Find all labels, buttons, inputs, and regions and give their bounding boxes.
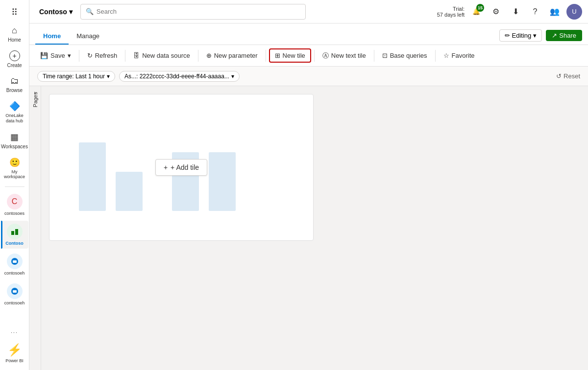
download-icon: ⬇ [513, 7, 519, 16]
tab-home-label: Home [43, 32, 61, 40]
dashboard-canvas: + + Add tile [41, 86, 588, 370]
more-icon: ··· [11, 330, 18, 335]
contosoeh1-avatar [7, 254, 23, 269]
workspace-selector[interactable]: Contoso ▾ [35, 6, 76, 18]
contoso-avatar [7, 224, 23, 239]
user-avatar[interactable]: U [566, 4, 582, 20]
my-workspace-icon: 🙂 [9, 157, 20, 168]
sidebar-item-contoso[interactable]: Contoso [1, 221, 28, 249]
topbar: Contoso ▾ 🔍 Trial: 57 days left 🔔 15 ⚙ ⬇ [29, 0, 588, 23]
notification-bell[interactable]: 🔔 15 [468, 4, 484, 20]
gear-icon: ⚙ [492, 7, 499, 16]
svg-rect-0 [11, 231, 14, 235]
grid-icon: ⠿ [11, 7, 18, 18]
new-text-tile-label: New text tile [331, 52, 366, 59]
svg-rect-5 [13, 290, 17, 293]
sidebar-item-label: Home [8, 37, 21, 43]
svg-rect-1 [15, 229, 18, 235]
base-queries-icon: ⊡ [382, 52, 388, 59]
tab-home[interactable]: Home [35, 28, 69, 45]
workspace-name: Contoso [39, 8, 67, 16]
add-tile-button[interactable]: + + Add tile [155, 159, 207, 176]
download-button[interactable]: ⬇ [508, 4, 523, 20]
sidebar-item-create[interactable]: + Create [1, 47, 28, 71]
reset-icon: ↺ [556, 72, 562, 80]
sidebar-item-label: My workspace [3, 169, 26, 180]
sidebar-item-onelake[interactable]: 🔷 OneLake data hub [1, 98, 28, 127]
trial-info: Trial: 57 days left [437, 6, 465, 18]
refresh-icon: ↻ [87, 52, 93, 59]
sidebar-item-label: OneLake data hub [3, 113, 26, 124]
topbar-right: Trial: 57 days left 🔔 15 ⚙ ⬇ ? 👥 U [437, 4, 582, 20]
help-icon: ? [533, 7, 538, 16]
favorite-button[interactable]: ☆ Favorite [439, 49, 480, 62]
pages-panel[interactable]: › Pages [29, 86, 41, 370]
asset-label: As...: 2222cccc-33dd-eeee-ff44-aaaaa... [124, 73, 229, 80]
create-icon: + [9, 50, 20, 61]
tabs-bar: Home Manage ✏ Editing ▾ ↗ Share [29, 23, 588, 45]
base-queries-button[interactable]: ⊡ Base queries [377, 49, 432, 62]
sidebar-divider [5, 186, 24, 187]
sidebar-apps-icon[interactable]: ⠿ [1, 4, 28, 21]
settings-button[interactable]: ⚙ [488, 4, 504, 20]
people-icon: 👥 [550, 7, 560, 16]
sidebar-item-contosoes[interactable]: C contosoes [1, 191, 28, 219]
sidebar-item-workspaces[interactable]: ▦ Workspaces [1, 129, 28, 152]
new-text-tile-button[interactable]: Ⓐ New text tile [318, 49, 371, 63]
ph-bar-2 [116, 172, 143, 211]
tile-icon: ⊞ [275, 52, 280, 59]
sidebar-powerbi[interactable]: ⚡ Power BI [1, 340, 28, 366]
reset-label: Reset [564, 72, 580, 80]
toolbar: 💾 Save ▾ ↻ Refresh 🗄 New data source ⊕ N… [29, 45, 588, 67]
help-button[interactable]: ? [527, 4, 543, 20]
contosoeh2-avatar [7, 283, 23, 299]
chevron-down-icon: ▾ [533, 32, 537, 39]
refresh-label: Refresh [95, 52, 118, 59]
search-input[interactable] [97, 8, 300, 15]
tab-manage[interactable]: Manage [69, 28, 107, 45]
new-parameter-button[interactable]: ⊕ New parameter [201, 49, 263, 62]
sidebar-item-contosoeh1[interactable]: contosoeh [1, 251, 28, 278]
search-icon: 🔍 [86, 8, 94, 15]
new-tile-button[interactable]: ⊞ New tile [269, 48, 311, 63]
sidebar-item-browse[interactable]: 🗂 Browse [1, 73, 28, 96]
new-data-source-button[interactable]: 🗄 New data source [128, 49, 195, 62]
editing-button[interactable]: ✏ Editing ▾ [499, 29, 542, 42]
parameter-icon: ⊕ [206, 52, 212, 59]
ph-bar-1 [79, 142, 106, 211]
sidebar-item-contosoeh2[interactable]: contosoeh [1, 280, 28, 308]
sidebar-item-label: Workspaces [1, 144, 28, 149]
sidebar-item-label: contosoes [4, 211, 24, 216]
reset-button[interactable]: ↺ Reset [556, 72, 580, 80]
tab-manage-label: Manage [76, 32, 99, 40]
sidebar-item-home[interactable]: ⌂ Home [1, 23, 28, 46]
main-content: Contoso ▾ 🔍 Trial: 57 days left 🔔 15 ⚙ ⬇ [29, 0, 588, 370]
new-data-source-label: New data source [142, 52, 190, 59]
asset-filter[interactable]: As...: 2222cccc-33dd-eeee-ff44-aaaaa... … [119, 71, 240, 82]
time-range-filter[interactable]: Time range: Last 1 hour ▾ [37, 71, 115, 82]
chevron-down-icon: ▾ [107, 73, 110, 80]
save-icon: 💾 [40, 52, 48, 59]
sidebar-item-label: Create [7, 63, 22, 68]
filters-bar: Time range: Last 1 hour ▾ As...: 2222ccc… [29, 67, 588, 86]
share-button[interactable]: ↗ Share [546, 30, 582, 41]
favorite-label: Favorite [452, 52, 475, 59]
sidebar-item-label: Browse [6, 88, 23, 93]
toolbar-divider-3 [198, 50, 198, 62]
chevron-down-icon: ▾ [68, 52, 71, 59]
save-button[interactable]: 💾 Save ▾ [35, 49, 76, 62]
sidebar-item-my-workspace[interactable]: 🙂 My workspace [1, 154, 28, 183]
toolbar-divider-6 [374, 50, 374, 62]
base-queries-label: Base queries [390, 52, 427, 59]
toolbar-divider-5 [314, 50, 315, 62]
editing-label: Editing [512, 32, 532, 39]
sidebar-more-btn[interactable]: ··· [1, 327, 28, 338]
tab-actions: ✏ Editing ▾ ↗ Share [499, 29, 582, 45]
toolbar-divider-1 [79, 50, 79, 62]
powerbi-label: Power BI [5, 358, 24, 363]
search-bar[interactable]: 🔍 [80, 4, 306, 20]
people-button[interactable]: 👥 [547, 4, 563, 20]
refresh-button[interactable]: ↻ Refresh [82, 49, 122, 62]
notification-count: 15 [476, 4, 484, 12]
pages-label: Pages [32, 92, 38, 107]
